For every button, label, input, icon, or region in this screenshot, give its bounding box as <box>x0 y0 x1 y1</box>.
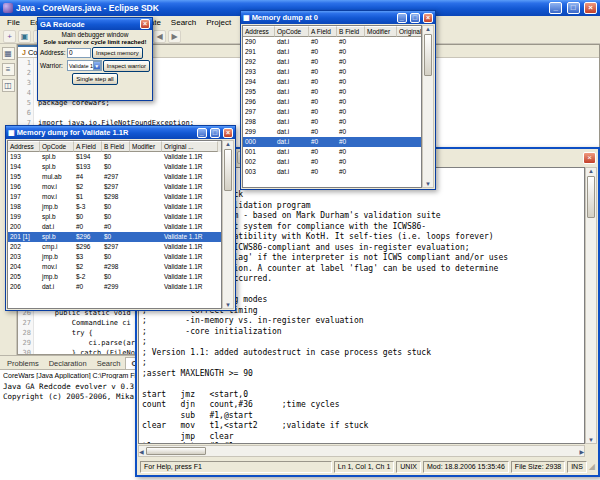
column-header[interactable]: Address <box>8 141 40 152</box>
column-header[interactable]: Address <box>243 26 275 37</box>
inspect-warrior-button[interactable]: Inspect warrior <box>103 60 150 72</box>
maximize-button[interactable]: □ <box>410 13 420 23</box>
address-input[interactable] <box>67 48 91 58</box>
table-row[interactable]: 298 dat.i #0 #0 <box>243 117 421 127</box>
textpad-close-button[interactable]: × <box>583 152 596 164</box>
table-row[interactable]: 000 dat.i #0 #0 <box>243 137 421 147</box>
vertical-scrollbar[interactable]: ▲ ▼ <box>422 25 434 188</box>
titlebar[interactable]: GA Redcode × <box>38 18 152 30</box>
table-row[interactable]: 294 dat.i #0 #0 <box>243 77 421 87</box>
titlebar[interactable]: ▦ Memory dump for Validate 1.1R _ □ × <box>6 126 235 139</box>
menu-item[interactable]: Search <box>166 18 201 27</box>
toolbar-icon[interactable]: ▣ <box>18 30 31 43</box>
column-header[interactable]: OpCode <box>275 26 309 37</box>
column-header[interactable]: Modifier <box>365 26 397 37</box>
toolbar-icon[interactable]: + <box>3 30 16 43</box>
table-row[interactable]: 291 dat.i #0 #0 <box>243 47 421 57</box>
cell-afield: #0 <box>309 137 337 147</box>
inspect-memory-button[interactable]: Inspect memory <box>92 47 143 59</box>
menu-item[interactable]: Project <box>201 18 236 27</box>
scrollbar-thumb[interactable] <box>424 34 432 76</box>
resize-grip-icon[interactable]: ◢ <box>589 462 595 471</box>
console-tab[interactable]: Problems <box>2 358 44 369</box>
status-bar: For Help, press F1 Ln 1, Col 1, Ch 1 UNI… <box>138 459 597 474</box>
scrollbar-thumb[interactable] <box>224 149 232 191</box>
minimize-button[interactable]: _ <box>397 13 407 23</box>
single-step-button[interactable]: Single step all <box>72 73 117 85</box>
vertical-scrollbar[interactable]: ▲ ▼ <box>222 140 234 309</box>
minimize-button[interactable]: _ <box>197 128 207 138</box>
view-icon[interactable]: ▦ <box>2 47 15 60</box>
scroll-up-icon[interactable]: ▲ <box>425 26 431 32</box>
table-row[interactable]: 196 mov.i $2 $297 Validate 1.1R <box>8 182 221 192</box>
cell-address: 299 <box>243 127 275 137</box>
scroll-left-icon[interactable]: ◀ <box>139 448 144 455</box>
table-row[interactable]: 202 cmp.i $296 $297 Validate 1.1R <box>8 242 221 252</box>
table-row[interactable]: 001 dat.i #0 #0 <box>243 147 421 157</box>
menu-item[interactable]: File <box>2 18 25 27</box>
table-row[interactable]: 003 dat.i #0 #0 <box>243 167 421 177</box>
table-row[interactable]: 195 mul.ab #4 #297 Validate 1.1R <box>8 172 221 182</box>
scroll-up-icon[interactable]: ▲ <box>588 168 594 174</box>
close-button[interactable]: × <box>223 128 233 138</box>
table-row[interactable]: 292 dat.i #0 #0 <box>243 57 421 67</box>
column-header[interactable]: B Field <box>337 26 365 37</box>
column-header[interactable]: Original ... <box>162 141 218 152</box>
view-icon[interactable]: ≡ <box>2 63 15 76</box>
scroll-up-icon[interactable]: ▲ <box>225 141 231 147</box>
table-row[interactable]: 203 jmp.b $3 $0 Validate 1.1R <box>8 252 221 262</box>
table-row[interactable]: 297 dat.i #0 #0 <box>243 107 421 117</box>
vertical-scrollbar[interactable]: ▲ ▼ <box>585 167 597 444</box>
scrollbar-thumb[interactable] <box>587 176 595 218</box>
line-number: 6 <box>18 108 34 118</box>
column-header[interactable]: Modifier <box>130 141 162 152</box>
horizontal-scrollbar[interactable]: ◀ ▶ <box>138 445 585 457</box>
console-tab[interactable]: Declaration <box>44 358 92 369</box>
table-row[interactable]: 296 dat.i #0 #0 <box>243 97 421 107</box>
column-header[interactable]: A Field <box>309 26 337 37</box>
column-header[interactable]: A Field <box>74 141 102 152</box>
cell-modifier <box>130 182 162 192</box>
toolbar-icon[interactable]: ▶ <box>168 30 181 43</box>
column-header[interactable]: B Field <box>102 141 130 152</box>
column-header[interactable]: OpCode <box>40 141 74 152</box>
warrior-select[interactable]: Validate 1.1R ▼ <box>67 60 102 71</box>
table-row[interactable]: 002 dat.i #0 #0 <box>243 157 421 167</box>
cell-opcode: mul.ab <box>40 172 74 182</box>
table-row[interactable]: 201 [1] spl.b $296 $0 Validate 1.1R <box>8 232 221 242</box>
cell-bfield: $297 <box>102 242 130 252</box>
maximize-button[interactable]: □ <box>567 2 580 14</box>
scrollbar-thumb[interactable] <box>146 447 206 455</box>
minimize-button[interactable]: _ <box>549 2 562 14</box>
table-row[interactable]: 290 dat.i #0 #0 <box>243 37 421 47</box>
table-row[interactable]: 200 dat.i #0 #0 Validate 1.1R <box>8 222 221 232</box>
scroll-right-icon[interactable]: ▶ <box>579 448 584 455</box>
table-row[interactable]: 193 spl.b $194 $0 Validate 1.1R <box>8 152 221 162</box>
table-row[interactable]: 198 jmp.b $-3 $0 Validate 1.1R <box>8 202 221 212</box>
table-row[interactable]: 295 dat.i #0 #0 <box>243 87 421 97</box>
cell-address: 206 <box>8 282 40 292</box>
table-row[interactable]: 293 dat.i #0 #0 <box>243 67 421 77</box>
table-row[interactable]: 197 mov.i $1 $298 Validate 1.1R <box>8 192 221 202</box>
document-line <box>142 379 581 390</box>
table-row[interactable]: 205 jmp.b $-2 $0 Validate 1.1R <box>8 272 221 282</box>
close-button[interactable]: × <box>140 19 150 29</box>
column-header[interactable]: Original W... <box>397 26 422 37</box>
titlebar[interactable]: ▦ Memory dump at 0 _ □ × <box>241 11 435 24</box>
toolbar-icon[interactable]: ◀ <box>153 30 166 43</box>
table-row[interactable]: 299 dat.i #0 #0 <box>243 127 421 137</box>
scroll-down-icon[interactable]: ▼ <box>425 181 431 187</box>
close-button[interactable]: × <box>584 2 597 14</box>
table-row[interactable]: 206 dat.i #0 #299 Validate 1.1R <box>8 282 221 292</box>
maximize-button[interactable]: □ <box>210 128 220 138</box>
scroll-down-icon[interactable]: ▼ <box>588 437 594 443</box>
table-row[interactable]: 194 spl.b $193 $0 Validate 1.1R <box>8 162 221 172</box>
table-row[interactable]: 199 spl.b $0 $0 Validate 1.1R <box>8 212 221 222</box>
close-button[interactable]: × <box>423 13 433 23</box>
view-icon[interactable]: ◫ <box>2 79 15 92</box>
table-row[interactable]: 204 mov.i $2 #298 Validate 1.1R <box>8 262 221 272</box>
console-tab[interactable]: Search <box>92 358 126 369</box>
scroll-down-icon[interactable]: ▼ <box>225 302 231 308</box>
cell-afield: #0 <box>309 157 337 167</box>
cell-bfield: $298 <box>102 192 130 202</box>
